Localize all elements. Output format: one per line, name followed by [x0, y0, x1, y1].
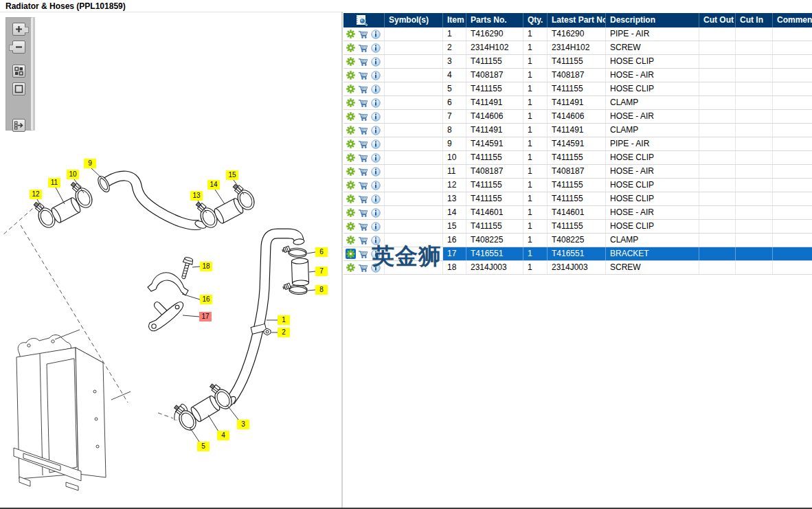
diagram-callout-16[interactable]: 16	[200, 295, 212, 304]
info-icon[interactable]	[370, 98, 381, 108]
cart-icon[interactable]	[358, 221, 368, 231]
gear-icon[interactable]	[346, 221, 356, 231]
table-row[interactable]: 15 T411155 1 T411155 HOSE CLIP	[343, 220, 812, 234]
cart-icon[interactable]	[358, 139, 368, 149]
cell-cut-in	[736, 206, 773, 219]
cart-icon[interactable]	[358, 56, 368, 67]
table-row[interactable]: 16 T408225 1 T408225 CLAMP	[343, 234, 812, 247]
cart-icon[interactable]	[358, 125, 368, 135]
gear-icon[interactable]	[346, 29, 356, 39]
table-row[interactable]: 1 T416290 1 T416290 PIPE - AIR	[343, 27, 812, 41]
table-row[interactable]: 14 T414601 1 T414601 HOSE - AIR	[343, 206, 812, 220]
diagram-callout-1[interactable]: 1	[278, 315, 290, 325]
gear-icon[interactable]	[346, 207, 356, 218]
cart-icon[interactable]	[358, 43, 368, 53]
info-icon[interactable]	[370, 235, 381, 245]
gear-icon[interactable]	[346, 152, 356, 163]
info-icon[interactable]	[370, 43, 381, 53]
info-icon[interactable]	[370, 249, 381, 259]
cell-description: CLAMP	[606, 234, 699, 247]
diagram-callout-11[interactable]: 11	[48, 178, 60, 188]
gear-icon[interactable]	[346, 43, 356, 53]
zoom-in-button[interactable]	[12, 23, 25, 36]
info-icon[interactable]	[370, 84, 381, 94]
diagram-callout-7[interactable]: 7	[315, 267, 328, 276]
info-icon[interactable]	[370, 139, 381, 149]
info-icon[interactable]	[370, 111, 381, 122]
diagram-callout-13[interactable]: 13	[190, 191, 203, 201]
gear-icon[interactable]	[346, 235, 356, 245]
cart-icon[interactable]	[358, 235, 368, 245]
gear-icon[interactable]	[346, 84, 356, 94]
gear-icon[interactable]	[346, 98, 356, 108]
cart-icon[interactable]	[358, 84, 368, 94]
info-icon[interactable]	[370, 194, 381, 204]
gear-icon[interactable]	[346, 262, 356, 273]
cart-icon[interactable]	[358, 166, 368, 177]
table-row[interactable]: 3 T411155 1 T411155 HOSE CLIP	[343, 55, 812, 69]
table-row[interactable]: 18 2314J003 1 2314J003 SCREW	[343, 261, 812, 275]
table-row[interactable]: 9 T414591 1 T414591 PIPE - AIR	[343, 137, 812, 151]
info-icon[interactable]	[370, 56, 381, 67]
info-icon[interactable]	[370, 125, 381, 135]
table-row[interactable]: 8 T411491 1 T411491 CLAMP	[343, 124, 812, 137]
diagram-callout-9[interactable]: 9	[84, 159, 96, 168]
table-row[interactable]: 5 T411155 1 T411155 HOSE CLIP	[343, 82, 812, 96]
gear-icon[interactable]	[346, 166, 356, 177]
diagram-callout-3[interactable]: 3	[237, 420, 249, 429]
info-icon[interactable]	[370, 166, 381, 177]
table-row[interactable]: 10 T411155 1 T411155 HOSE CLIP	[343, 151, 812, 165]
cart-icon[interactable]	[358, 98, 368, 108]
cart-icon[interactable]	[358, 207, 368, 218]
table-row[interactable]: 4 T408187 1 T408187 HOSE - AIR	[343, 69, 812, 82]
zoom-out-button[interactable]	[12, 41, 25, 54]
info-icon[interactable]	[370, 207, 381, 218]
cell-qty: 1	[523, 124, 548, 137]
table-row[interactable]: 11 T408187 1 T408187 HOSE - AIR	[343, 165, 812, 179]
gear-icon[interactable]	[346, 180, 356, 190]
diagram-callout-4[interactable]: 4	[217, 431, 229, 440]
gear-icon[interactable]	[346, 139, 356, 149]
gear-icon[interactable]	[346, 111, 356, 122]
cart-icon[interactable]	[358, 249, 368, 259]
cart-icon[interactable]	[358, 152, 368, 163]
diagram-callout-17[interactable]: 17	[199, 312, 212, 321]
cell-qty: 1	[523, 96, 548, 109]
table-row[interactable]: 2 2314H102 1 2314H102 SCREW	[343, 41, 812, 55]
table-row[interactable]: 13 T411155 1 T411155 HOSE CLIP	[343, 192, 812, 206]
info-icon[interactable]	[370, 152, 381, 163]
header-symbols: Symbol(s)	[385, 13, 443, 27]
info-icon[interactable]	[370, 70, 381, 80]
cart-icon[interactable]	[358, 70, 368, 80]
diagram-callout-10[interactable]: 10	[67, 170, 79, 179]
cart-icon[interactable]	[358, 29, 368, 39]
table-row[interactable]: 12 T411155 1 T411155 HOSE CLIP	[343, 179, 812, 192]
gear-icon[interactable]	[346, 194, 356, 204]
gear-icon[interactable]	[346, 56, 356, 67]
diagram-callout-5[interactable]: 5	[197, 442, 210, 451]
cart-icon[interactable]	[358, 262, 368, 273]
cart-icon[interactable]	[358, 194, 368, 204]
cart-icon[interactable]	[358, 180, 368, 190]
table-row[interactable]: 6 T411491 1 T411491 CLAMP	[343, 96, 812, 110]
gear-icon[interactable]	[346, 125, 356, 135]
single-view-button[interactable]	[12, 82, 25, 95]
info-icon[interactable]	[370, 180, 381, 190]
toggle-panel-button[interactable]	[12, 119, 25, 132]
table-row[interactable]: 17 T416551 1 T416551 BRACKET	[343, 247, 812, 261]
gear-icon[interactable]	[346, 249, 356, 259]
gear-icon[interactable]	[346, 70, 356, 80]
diagram-callout-12[interactable]: 12	[30, 190, 42, 199]
diagram-callout-2[interactable]: 2	[278, 328, 290, 337]
info-icon[interactable]	[370, 262, 381, 273]
diagram-callout-18[interactable]: 18	[200, 262, 212, 271]
tile-view-button[interactable]	[12, 65, 25, 78]
diagram-callout-15[interactable]: 15	[226, 170, 238, 180]
diagram-callout-14[interactable]: 14	[207, 180, 220, 190]
info-icon[interactable]	[370, 29, 381, 39]
diagram-callout-8[interactable]: 8	[315, 285, 328, 295]
cart-icon[interactable]	[358, 111, 368, 122]
diagram-callout-6[interactable]: 6	[315, 247, 328, 257]
info-icon[interactable]	[370, 221, 381, 231]
table-row[interactable]: 7 T414606 1 T414606 HOSE - AIR	[343, 110, 812, 124]
